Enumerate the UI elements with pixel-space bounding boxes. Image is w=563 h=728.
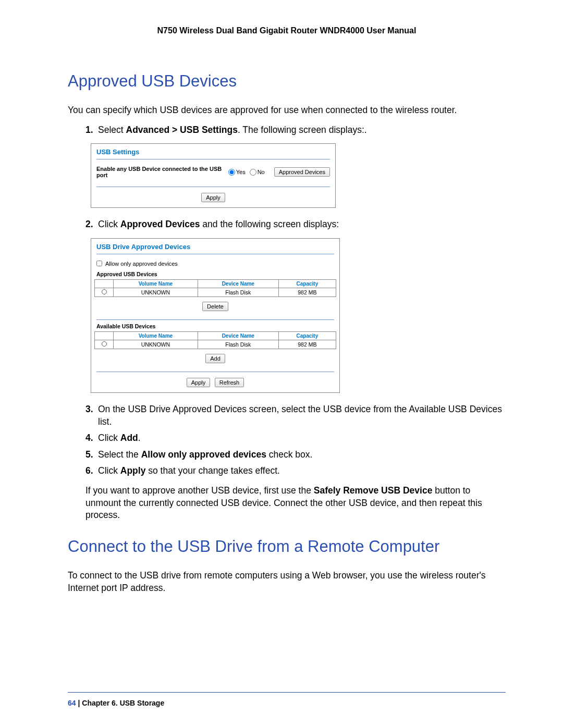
allow-only-row: Allow only approved devices [91, 261, 339, 271]
refresh-button[interactable]: Refresh [215, 378, 244, 387]
footer-text: 64 | Chapter 6. USB Storage [68, 699, 506, 707]
th-blank [95, 279, 114, 288]
apply-button[interactable]: Apply [201, 193, 225, 202]
step-number: 2. [85, 218, 98, 231]
step-number: 3. [85, 403, 98, 428]
t: Click [98, 219, 120, 229]
step-text: Select the Allow only approved devices c… [98, 449, 506, 461]
allow-only-label: Allow only approved devices [105, 261, 178, 267]
step-text: Select Advanced > USB Settings. The foll… [98, 124, 506, 137]
closing-text: If you want to approve another USB devic… [85, 485, 506, 522]
radio-no-label: No [258, 169, 265, 175]
cell-device: Flash Disk [198, 288, 278, 297]
delete-button[interactable]: Delete [202, 302, 228, 311]
th-device: Device Name [198, 279, 278, 288]
radio-no[interactable] [250, 169, 256, 176]
divider [96, 254, 334, 254]
approved-devices-button[interactable]: Approved Devices [274, 167, 330, 177]
cell-capacity: 982 MB [278, 340, 336, 349]
step-5: 5. Select the Allow only approved device… [85, 449, 506, 461]
available-table: Volume Name Device Name Capacity UNKNOWN… [94, 331, 336, 349]
steps-list: 3. On the USB Drive Approved Devices scr… [85, 403, 506, 477]
divider [96, 187, 330, 187]
th-capacity: Capacity [278, 331, 336, 340]
panel-title: USB Settings [91, 144, 335, 159]
t: Select [98, 125, 126, 135]
step-number: 4. [85, 432, 98, 445]
page-number: 64 [68, 699, 76, 707]
step-text: Click Approved Devices and the following… [98, 218, 506, 231]
step-3: 3. On the USB Drive Approved Devices scr… [85, 403, 506, 428]
step-1: 1. Select Advanced > USB Settings. The f… [85, 124, 506, 137]
cell-volume: UNKNOWN [114, 340, 198, 349]
t: Select the [98, 449, 141, 460]
divider [96, 319, 334, 320]
th-volume: Volume Name [114, 331, 198, 340]
cell-volume: UNKNOWN [114, 288, 198, 297]
th-volume: Volume Name [114, 279, 198, 288]
table-header-row: Volume Name Device Name Capacity [95, 279, 336, 288]
table-row: UNKNOWN Flash Disk 982 MB [95, 288, 336, 297]
row-radio[interactable] [102, 341, 107, 347]
steps-list: 2. Click Approved Devices and the follow… [85, 218, 506, 231]
row-radio-cell [95, 340, 114, 349]
footer-chapter: Chapter 6. USB Storage [82, 699, 164, 707]
enable-row: Enable any USB Device connected to the U… [91, 166, 335, 183]
intro-text: You can specify which USB devices are ap… [68, 104, 506, 117]
cell-capacity: 982 MB [278, 288, 336, 297]
step-6: 6. Click Apply so that your change takes… [85, 465, 506, 477]
add-button[interactable]: Add [205, 354, 225, 363]
th-blank [95, 331, 114, 340]
t: and the following screen displays: [200, 219, 339, 229]
approved-table: Volume Name Device Name Capacity UNKNOWN… [94, 279, 336, 297]
enable-label: Enable any USB Device connected to the U… [96, 166, 228, 178]
manual-header: N750 Wireless Dual Band Gigabit Router W… [68, 26, 506, 35]
t-bold: Allow only approved devices [141, 449, 266, 460]
t: . The following screen displays:. [238, 125, 367, 135]
t: Click [98, 433, 120, 443]
page-footer: 64 | Chapter 6. USB Storage [68, 692, 506, 707]
step-2: 2. Click Approved Devices and the follow… [85, 218, 506, 231]
t-bold: Approved Devices [120, 219, 200, 229]
cell-device: Flash Disk [198, 340, 278, 349]
approved-subheading: Approved USB Devices [91, 271, 339, 279]
t-bold: Apply [120, 465, 146, 476]
t: check box. [266, 449, 313, 460]
t: If you want to approve another USB devic… [85, 485, 314, 496]
t-bold: Advanced > USB Settings [126, 125, 238, 135]
step-number: 6. [85, 465, 98, 477]
divider [96, 372, 334, 372]
table-header-row: Volume Name Device Name Capacity [95, 331, 336, 340]
footer-sep: | [76, 699, 82, 707]
footer-rule [68, 692, 506, 693]
delete-row: Delete [91, 299, 339, 316]
radio-yes[interactable] [228, 169, 235, 176]
t: so that your change takes effect. [145, 465, 279, 476]
th-capacity: Capacity [278, 279, 336, 288]
connect-body: To connect to the USB drive from remote … [68, 570, 506, 594]
apply-row: Apply [91, 190, 335, 207]
section-heading-connect: Connect to the USB Drive from a Remote C… [68, 537, 506, 556]
step-number: 1. [85, 124, 98, 137]
apply-button[interactable]: Apply [187, 378, 211, 387]
steps-list: 1. Select Advanced > USB Settings. The f… [85, 124, 506, 137]
row-radio[interactable] [102, 289, 107, 294]
step-4: 4. Click Add. [85, 432, 506, 445]
radio-yes-wrap: Yes [228, 169, 246, 176]
step-text: Click Apply so that your change takes ef… [98, 465, 506, 477]
allow-only-checkbox[interactable] [96, 261, 102, 266]
t-bold: Safely Remove USB Device [314, 485, 433, 496]
t: . [138, 433, 141, 443]
radio-no-wrap: No [250, 169, 265, 176]
t-bold: Add [120, 433, 138, 443]
step-text: On the USB Drive Approved Devices screen… [98, 403, 506, 428]
available-subheading: Available USB Devices [91, 323, 339, 331]
section-heading-approved: Approved USB Devices [68, 72, 506, 91]
step-number: 5. [85, 449, 98, 461]
panel-title: USB Drive Approved Devices [91, 239, 339, 254]
approved-devices-panel: USB Drive Approved Devices Allow only ap… [91, 238, 340, 393]
apply-refresh-row: Apply Refresh [91, 375, 339, 392]
step-text: Click Add. [98, 432, 506, 445]
row-radio-cell [95, 288, 114, 297]
usb-settings-panel: USB Settings Enable any USB Device conne… [91, 143, 336, 208]
